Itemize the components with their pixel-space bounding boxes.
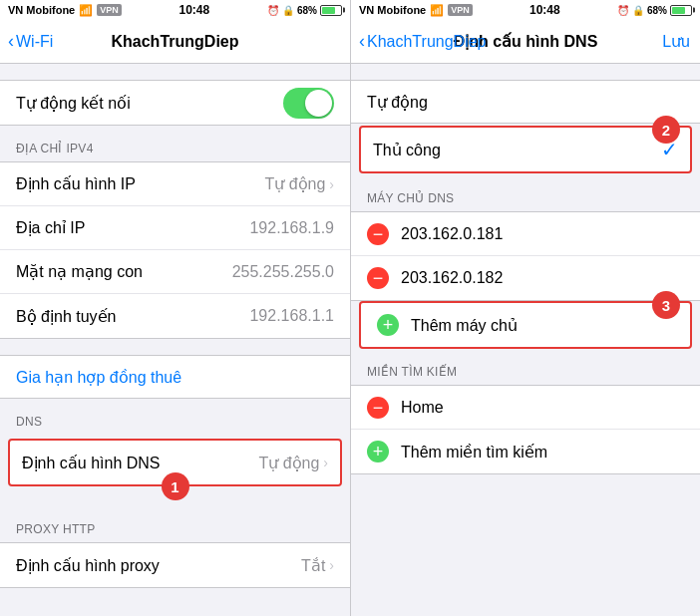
chevron-ip-config: › <box>329 176 334 192</box>
status-bar-left: VN Mobifone 📶 VPN 10:48 ⏰ 🔒 68% <box>0 0 350 20</box>
back-label-right: KhachTrungDiep <box>367 33 486 51</box>
wifi-icon-right: 📶 <box>430 4 444 17</box>
nav-bar-right: ‹ KhachTrungDiep Định cấu hình DNS Lưu <box>351 20 700 64</box>
proxy-row[interactable]: Định cấu hình proxy Tắt › <box>0 543 350 587</box>
badge-2: 2 <box>652 116 680 144</box>
thu-cong-label: Thủ công <box>373 141 441 159</box>
carrier-left: VN Mobifone <box>8 4 75 16</box>
thu-cong-box: Thủ công ✓ <box>359 126 692 173</box>
alarm-icon: ⏰ <box>267 5 279 16</box>
add-server-box: + Thêm máy chủ <box>359 301 692 349</box>
time-right: 10:48 <box>529 3 560 17</box>
remove-home-button[interactable]: − <box>367 397 389 419</box>
right-panel: VN Mobifone 📶 VPN 10:48 ⏰ 🔒 68% ‹ KhachT… <box>350 0 700 616</box>
add-domain-label: Thêm miền tìm kiếm <box>401 443 547 462</box>
dns-server-2: − 203.162.0.182 <box>351 256 700 300</box>
badge-3: 3 <box>652 291 680 319</box>
thu-cong-row[interactable]: Thủ công ✓ <box>361 128 690 171</box>
battery-fill-left <box>322 7 335 14</box>
chevron-proxy: › <box>329 557 334 573</box>
add-domain-row[interactable]: + Thêm miền tìm kiếm <box>351 430 700 473</box>
auto-connect-group: Tự động kết nối <box>0 80 350 126</box>
carrier-right: VN Mobifone <box>359 4 426 16</box>
dns-server-1-value: 203.162.0.181 <box>401 225 503 243</box>
subnet-value: 255.255.255.0 <box>232 263 334 281</box>
left-panel: VN Mobifone 📶 VPN 10:48 ⏰ 🔒 68% ‹ Wi-Fi … <box>0 0 350 616</box>
nav-title-left: KhachTrungDiep <box>111 33 238 51</box>
time-left: 10:48 <box>179 3 210 17</box>
ip-config-row[interactable]: Định cấu hình IP Tự động › <box>0 162 350 206</box>
ipv4-group: Định cấu hình IP Tự động › Địa chỉ IP 19… <box>0 161 350 339</box>
save-button[interactable]: Lưu <box>662 32 690 51</box>
remove-dns-2-button[interactable]: − <box>367 267 389 289</box>
dns-config-value: Tự động › <box>258 454 328 472</box>
dns-server-2-value: 203.162.0.182 <box>401 269 503 287</box>
proxy-label: Định cấu hình proxy <box>16 556 160 575</box>
proxy-group: Định cấu hình proxy Tắt › <box>0 542 350 588</box>
back-label-left: Wi-Fi <box>16 33 53 51</box>
toggle-knob <box>305 90 332 117</box>
badge-1: 1 <box>162 472 189 500</box>
status-left-right: VN Mobifone 📶 VPN <box>359 4 473 17</box>
dns-servers-group: − 203.162.0.181 − 203.162.0.182 <box>351 211 700 301</box>
battery-pct-right: 68% <box>647 5 667 16</box>
add-server-row[interactable]: + Thêm máy chủ <box>361 303 690 347</box>
dns-server-1: − 203.162.0.181 <box>351 212 700 256</box>
section-dns-right-label: MÁY CHỦ DNS <box>351 175 700 211</box>
dns-section-wrapper: Định cấu hình DNS Tự động › 1 <box>0 439 350 486</box>
section-search-label: MIỀN TÌM KIẾM <box>351 349 700 385</box>
ip-address-label: Địa chỉ IP <box>16 218 85 237</box>
left-content: Tự động kết nối ĐỊA CHỈ IPV4 Định cấu hì… <box>0 64 350 616</box>
lease-row[interactable]: Gia hạn hợp đồng thuê <box>0 355 350 399</box>
add-server-label: Thêm máy chủ <box>411 316 518 335</box>
auto-connect-row: Tự động kết nối <box>0 81 350 125</box>
router-label: Bộ định tuyến <box>16 307 117 326</box>
subnet-row: Mặt nạ mạng con 255.255.255.0 <box>0 250 350 294</box>
search-domains-group: − Home + Thêm miền tìm kiếm <box>351 385 700 474</box>
dns-config-label: Định cấu hình DNS <box>22 454 161 472</box>
home-domain-label: Home <box>401 399 444 417</box>
back-button-left[interactable]: ‹ Wi-Fi <box>8 31 53 52</box>
router-value: 192.168.1.1 <box>249 307 334 325</box>
add-domain-icon: + <box>367 441 389 462</box>
router-row: Bộ định tuyến 192.168.1.1 <box>0 294 350 338</box>
rotate-icon-right: 🔒 <box>632 5 644 16</box>
alarm-icon-right: ⏰ <box>617 5 629 16</box>
nav-bar-left: ‹ Wi-Fi KhachTrungDiep <box>0 20 350 64</box>
battery-icon-right <box>670 5 692 16</box>
status-bar-right: VN Mobifone 📶 VPN 10:48 ⏰ 🔒 68% <box>351 0 700 20</box>
home-domain-row: − Home <box>351 386 700 430</box>
status-right-left: ⏰ 🔒 68% <box>267 5 342 16</box>
lease-label: Gia hạn hợp đồng thuê <box>16 368 181 387</box>
section-dns-label: DNS <box>0 399 350 435</box>
section-ipv4-label: ĐỊA CHỈ IPV4 <box>0 126 350 161</box>
right-content: Tự động Thủ công ✓ 2 MÁY CHỦ DNS − 203.1… <box>351 64 700 616</box>
thu-cong-wrapper: Thủ công ✓ 2 <box>351 126 700 173</box>
ip-address-row: Địa chỉ IP 192.168.1.9 <box>0 206 350 250</box>
subnet-label: Mặt nạ mạng con <box>16 262 143 281</box>
ip-address-value: 192.168.1.9 <box>249 219 334 237</box>
ip-config-value: Tự động › <box>264 174 334 193</box>
add-server-wrapper: + Thêm máy chủ 3 <box>351 301 700 349</box>
ip-config-label: Định cấu hình IP <box>16 174 136 193</box>
chevron-dns: › <box>323 455 328 470</box>
back-button-right[interactable]: ‹ KhachTrungDiep <box>359 31 486 52</box>
proxy-value: Tắt › <box>301 556 334 575</box>
auto-mode-label: Tự động <box>367 93 428 112</box>
status-right-right: ⏰ 🔒 68% <box>617 5 692 16</box>
auto-connect-label: Tự động kết nối <box>16 94 131 113</box>
battery-icon-left <box>320 5 342 16</box>
chevron-back-right: ‹ <box>359 31 365 52</box>
vpn-badge: VPN <box>97 4 122 16</box>
wifi-icon: 📶 <box>79 4 93 17</box>
auto-mode-row[interactable]: Tự động <box>351 80 700 124</box>
battery-fill-right <box>672 7 685 14</box>
vpn-badge-right: VPN <box>448 4 473 16</box>
section-proxy-label: PROXY HTTP <box>0 506 350 542</box>
auto-connect-toggle[interactable] <box>283 88 334 119</box>
remove-dns-1-button[interactable]: − <box>367 223 389 245</box>
chevron-back-left: ‹ <box>8 31 14 52</box>
status-left: VN Mobifone 📶 VPN <box>8 4 122 17</box>
battery-pct-left: 68% <box>297 5 317 16</box>
rotate-icon: 🔒 <box>282 5 294 16</box>
